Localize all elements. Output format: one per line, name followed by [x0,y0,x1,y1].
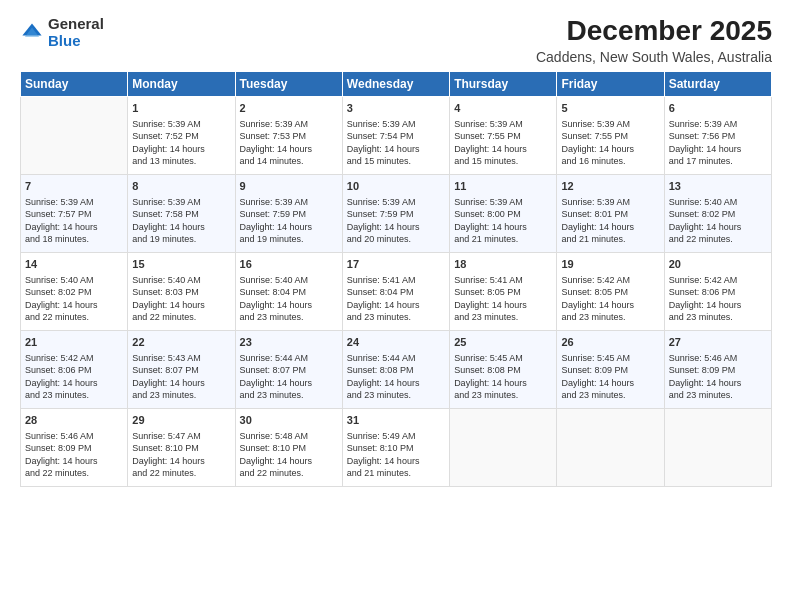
day-info: Sunrise: 5:43 AM Sunset: 8:07 PM Dayligh… [132,352,230,402]
day-number: 30 [240,413,338,428]
calendar-cell: 20Sunrise: 5:42 AM Sunset: 8:06 PM Dayli… [664,252,771,330]
day-number: 16 [240,257,338,272]
calendar-cell: 14Sunrise: 5:40 AM Sunset: 8:02 PM Dayli… [21,252,128,330]
calendar-cell: 1Sunrise: 5:39 AM Sunset: 7:52 PM Daylig… [128,96,235,174]
day-number: 12 [561,179,659,194]
day-info: Sunrise: 5:39 AM Sunset: 7:55 PM Dayligh… [561,118,659,168]
calendar-header-row: SundayMondayTuesdayWednesdayThursdayFrid… [21,71,772,96]
calendar-header-sunday: Sunday [21,71,128,96]
day-number: 17 [347,257,445,272]
logo-general: General [48,16,104,33]
calendar-cell: 18Sunrise: 5:41 AM Sunset: 8:05 PM Dayli… [450,252,557,330]
calendar-cell: 2Sunrise: 5:39 AM Sunset: 7:53 PM Daylig… [235,96,342,174]
calendar-cell: 15Sunrise: 5:40 AM Sunset: 8:03 PM Dayli… [128,252,235,330]
calendar-cell: 22Sunrise: 5:43 AM Sunset: 8:07 PM Dayli… [128,330,235,408]
day-number: 4 [454,101,552,116]
logo-text: General Blue [48,16,104,49]
day-number: 9 [240,179,338,194]
day-number: 18 [454,257,552,272]
calendar-cell: 11Sunrise: 5:39 AM Sunset: 8:00 PM Dayli… [450,174,557,252]
calendar-cell [450,408,557,486]
day-info: Sunrise: 5:39 AM Sunset: 7:53 PM Dayligh… [240,118,338,168]
calendar-week-row: 21Sunrise: 5:42 AM Sunset: 8:06 PM Dayli… [21,330,772,408]
day-info: Sunrise: 5:40 AM Sunset: 8:02 PM Dayligh… [669,196,767,246]
day-info: Sunrise: 5:39 AM Sunset: 7:58 PM Dayligh… [132,196,230,246]
day-info: Sunrise: 5:41 AM Sunset: 8:05 PM Dayligh… [454,274,552,324]
day-number: 10 [347,179,445,194]
calendar-cell: 30Sunrise: 5:48 AM Sunset: 8:10 PM Dayli… [235,408,342,486]
day-number: 19 [561,257,659,272]
day-number: 3 [347,101,445,116]
calendar-cell: 27Sunrise: 5:46 AM Sunset: 8:09 PM Dayli… [664,330,771,408]
day-info: Sunrise: 5:39 AM Sunset: 7:59 PM Dayligh… [347,196,445,246]
main-title: December 2025 [536,16,772,47]
subtitle: Caddens, New South Wales, Australia [536,49,772,65]
calendar-cell: 13Sunrise: 5:40 AM Sunset: 8:02 PM Dayli… [664,174,771,252]
day-info: Sunrise: 5:39 AM Sunset: 7:54 PM Dayligh… [347,118,445,168]
calendar-cell: 23Sunrise: 5:44 AM Sunset: 8:07 PM Dayli… [235,330,342,408]
day-number: 22 [132,335,230,350]
day-number: 31 [347,413,445,428]
calendar-cell [557,408,664,486]
day-number: 28 [25,413,123,428]
calendar-header-monday: Monday [128,71,235,96]
day-number: 20 [669,257,767,272]
calendar: SundayMondayTuesdayWednesdayThursdayFrid… [20,71,772,487]
calendar-cell: 3Sunrise: 5:39 AM Sunset: 7:54 PM Daylig… [342,96,449,174]
day-info: Sunrise: 5:39 AM Sunset: 7:57 PM Dayligh… [25,196,123,246]
logo-blue: Blue [48,33,104,50]
day-number: 8 [132,179,230,194]
day-info: Sunrise: 5:41 AM Sunset: 8:04 PM Dayligh… [347,274,445,324]
day-number: 21 [25,335,123,350]
calendar-cell: 21Sunrise: 5:42 AM Sunset: 8:06 PM Dayli… [21,330,128,408]
day-number: 2 [240,101,338,116]
page: General Blue December 2025 Caddens, New … [0,0,792,612]
day-number: 24 [347,335,445,350]
day-number: 15 [132,257,230,272]
calendar-cell: 8Sunrise: 5:39 AM Sunset: 7:58 PM Daylig… [128,174,235,252]
day-number: 11 [454,179,552,194]
day-info: Sunrise: 5:47 AM Sunset: 8:10 PM Dayligh… [132,430,230,480]
day-info: Sunrise: 5:40 AM Sunset: 8:03 PM Dayligh… [132,274,230,324]
header: General Blue December 2025 Caddens, New … [20,16,772,65]
calendar-week-row: 14Sunrise: 5:40 AM Sunset: 8:02 PM Dayli… [21,252,772,330]
day-info: Sunrise: 5:44 AM Sunset: 8:07 PM Dayligh… [240,352,338,402]
title-block: December 2025 Caddens, New South Wales, … [536,16,772,65]
day-info: Sunrise: 5:44 AM Sunset: 8:08 PM Dayligh… [347,352,445,402]
calendar-week-row: 1Sunrise: 5:39 AM Sunset: 7:52 PM Daylig… [21,96,772,174]
calendar-cell: 29Sunrise: 5:47 AM Sunset: 8:10 PM Dayli… [128,408,235,486]
calendar-cell: 9Sunrise: 5:39 AM Sunset: 7:59 PM Daylig… [235,174,342,252]
calendar-header-saturday: Saturday [664,71,771,96]
day-info: Sunrise: 5:49 AM Sunset: 8:10 PM Dayligh… [347,430,445,480]
day-info: Sunrise: 5:39 AM Sunset: 8:00 PM Dayligh… [454,196,552,246]
day-info: Sunrise: 5:39 AM Sunset: 7:55 PM Dayligh… [454,118,552,168]
calendar-cell: 17Sunrise: 5:41 AM Sunset: 8:04 PM Dayli… [342,252,449,330]
day-number: 7 [25,179,123,194]
calendar-week-row: 7Sunrise: 5:39 AM Sunset: 7:57 PM Daylig… [21,174,772,252]
day-info: Sunrise: 5:39 AM Sunset: 7:56 PM Dayligh… [669,118,767,168]
day-info: Sunrise: 5:46 AM Sunset: 8:09 PM Dayligh… [25,430,123,480]
day-number: 25 [454,335,552,350]
day-info: Sunrise: 5:39 AM Sunset: 7:52 PM Dayligh… [132,118,230,168]
day-number: 26 [561,335,659,350]
day-info: Sunrise: 5:45 AM Sunset: 8:09 PM Dayligh… [561,352,659,402]
day-number: 5 [561,101,659,116]
day-info: Sunrise: 5:40 AM Sunset: 8:02 PM Dayligh… [25,274,123,324]
day-info: Sunrise: 5:39 AM Sunset: 8:01 PM Dayligh… [561,196,659,246]
calendar-cell: 31Sunrise: 5:49 AM Sunset: 8:10 PM Dayli… [342,408,449,486]
day-number: 23 [240,335,338,350]
day-info: Sunrise: 5:42 AM Sunset: 8:06 PM Dayligh… [25,352,123,402]
calendar-header-thursday: Thursday [450,71,557,96]
calendar-cell: 4Sunrise: 5:39 AM Sunset: 7:55 PM Daylig… [450,96,557,174]
day-info: Sunrise: 5:48 AM Sunset: 8:10 PM Dayligh… [240,430,338,480]
day-info: Sunrise: 5:46 AM Sunset: 8:09 PM Dayligh… [669,352,767,402]
day-info: Sunrise: 5:45 AM Sunset: 8:08 PM Dayligh… [454,352,552,402]
day-info: Sunrise: 5:39 AM Sunset: 7:59 PM Dayligh… [240,196,338,246]
calendar-cell: 12Sunrise: 5:39 AM Sunset: 8:01 PM Dayli… [557,174,664,252]
calendar-cell: 24Sunrise: 5:44 AM Sunset: 8:08 PM Dayli… [342,330,449,408]
day-number: 27 [669,335,767,350]
calendar-cell: 7Sunrise: 5:39 AM Sunset: 7:57 PM Daylig… [21,174,128,252]
calendar-cell: 5Sunrise: 5:39 AM Sunset: 7:55 PM Daylig… [557,96,664,174]
calendar-cell [21,96,128,174]
day-number: 1 [132,101,230,116]
